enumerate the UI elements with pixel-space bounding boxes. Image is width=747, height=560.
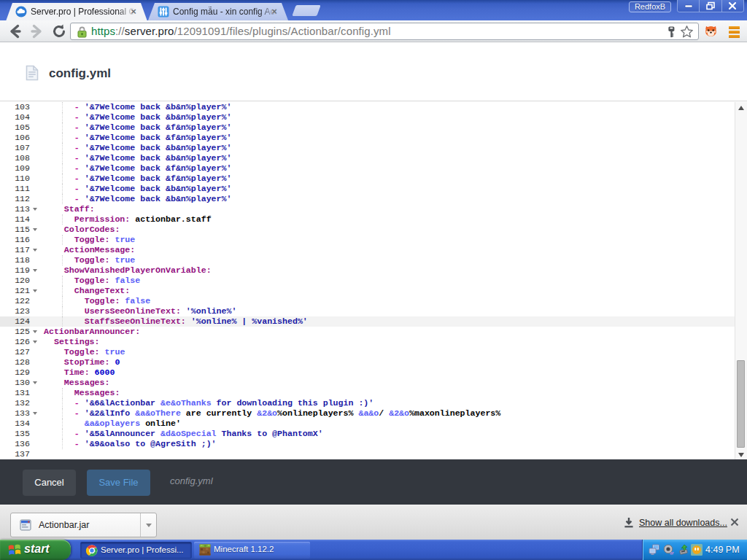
redpanda-extension-icon[interactable] <box>704 25 718 38</box>
code-line-109[interactable]: 109 - '&7Welcome back &f&n%player%' <box>0 163 735 174</box>
fold-arrow-icon[interactable] <box>33 289 37 292</box>
line-number: 133 <box>0 408 30 419</box>
profile-button[interactable]: RedfoxB <box>629 1 671 12</box>
fold-arrow-icon[interactable] <box>33 381 37 384</box>
line-number: 104 <box>0 112 30 122</box>
reload-icon[interactable] <box>50 23 68 40</box>
tab-serverpro[interactable]: Server.pro | Professional Gam × <box>6 3 147 21</box>
tab-config-forum[interactable]: Config mẫu - xin config Actio × <box>148 3 288 20</box>
code-text: Toggle: true <box>44 235 135 245</box>
bookmark-star-icon[interactable] <box>680 25 694 39</box>
minimize-icon <box>684 2 693 9</box>
new-tab-button[interactable] <box>292 5 320 16</box>
code-line-110[interactable]: 110 - '&7Welcome back &f&n%player%' <box>0 174 735 184</box>
fold-arrow-icon[interactable] <box>33 269 37 272</box>
page-title: config.yml <box>49 66 111 81</box>
code-line-132[interactable]: 132 - '&6&lActionbar &e&oThanks for down… <box>0 398 735 408</box>
code-line-114[interactable]: 114 Permission: actionbar.staff <box>0 214 735 225</box>
menu-hamburger-icon[interactable] <box>729 26 740 40</box>
code-line-121[interactable]: 121 ChangeText: <box>0 286 735 296</box>
code-text: ActionMessage: <box>44 245 135 255</box>
download-item[interactable]: Actionbar.jar <box>10 513 157 537</box>
editor-scrollbar[interactable] <box>735 102 747 460</box>
chevron-down-icon <box>146 524 152 527</box>
fold-arrow-icon[interactable] <box>33 330 37 333</box>
cancel-button[interactable]: Cancel <box>23 470 76 496</box>
file-document-icon <box>26 65 39 81</box>
fold-arrow-icon[interactable] <box>33 341 37 343</box>
code-text: Toggle: false <box>44 276 140 286</box>
line-number: 123 <box>0 306 30 316</box>
close-button[interactable] <box>722 0 743 12</box>
code-line-107[interactable]: 107 - '&7Welcome back &b&n%player%' <box>0 143 735 153</box>
code-line-119[interactable]: 119 ShowVanishedPlayerOnVariable: <box>0 265 735 276</box>
scroll-up-icon[interactable] <box>738 106 744 110</box>
code-line-106[interactable]: 106 - '&7Welcome back &f&n%player%' <box>0 133 735 143</box>
jar-file-icon <box>20 519 31 531</box>
code-line-126[interactable]: 126 Settings: <box>0 337 735 347</box>
forward-icon[interactable] <box>28 23 46 40</box>
code-text: Time: 6000 <box>44 368 115 378</box>
serverpro-cloud-icon <box>15 6 27 18</box>
scroll-down-icon[interactable] <box>738 453 744 457</box>
tab-close-icon[interactable]: × <box>128 7 139 17</box>
code-line-129[interactable]: 129 Time: 6000 <box>0 368 735 378</box>
code-editor[interactable]: 103 - '&7Welcome back &b&n%player%'104 -… <box>0 101 747 459</box>
save-file-button[interactable]: Save File <box>87 470 150 496</box>
back-icon[interactable] <box>6 23 23 40</box>
fold-arrow-icon[interactable] <box>33 412 37 415</box>
code-line-115[interactable]: 115 ColorCodes: <box>0 225 735 235</box>
code-line-127[interactable]: 127 Toggle: true <box>0 347 735 357</box>
key-icon[interactable] <box>667 26 676 39</box>
window-controls <box>677 0 744 12</box>
download-dropdown-button[interactable] <box>140 513 156 537</box>
code-line-135[interactable]: 135 - '&5&lAnnouncer &d&oSpecial Thanks … <box>0 429 735 439</box>
line-number: 132 <box>0 398 30 408</box>
code-line-118[interactable]: 118 Toggle: true <box>0 255 735 265</box>
tray-safely-remove-icon[interactable] <box>677 544 689 556</box>
code-line-122[interactable]: 122 Toggle: false <box>0 296 735 306</box>
code-line-105[interactable]: 105 - '&7Welcome back &f&n%player%' <box>0 122 735 133</box>
code-rows: 103 - '&7Welcome back &b&n%player%'104 -… <box>0 102 735 459</box>
fold-arrow-icon[interactable] <box>33 249 37 252</box>
code-line-116[interactable]: 116 Toggle: true <box>0 235 735 245</box>
code-line-137[interactable]: 137 <box>0 449 735 459</box>
tray-volume-icon[interactable] <box>663 544 675 556</box>
taskbar-button-minecraft[interactable]: Minecraft 1.12.2 <box>194 542 310 559</box>
code-line-125[interactable]: 125ActionbarAnnouncer: <box>0 327 735 337</box>
code-line-124[interactable]: 124 StaffsSeeOnlineText: '%online% | %va… <box>0 316 735 327</box>
code-line-123[interactable]: 123 UsersSeeOnlineText: '%online%' <box>0 306 735 316</box>
shelf-close-icon[interactable] <box>728 516 741 529</box>
code-line-104[interactable]: 104 - '&7Welcome back &b&n%player%' <box>0 112 735 122</box>
scrollbar-thumb[interactable] <box>737 360 745 448</box>
show-all-downloads-link[interactable]: Show all downloads... <box>639 513 727 533</box>
code-line-134[interactable]: 134 &a&oplayers online' <box>0 419 735 429</box>
restore-button[interactable] <box>700 0 721 12</box>
code-line-103[interactable]: 103 - '&7Welcome back &b&n%player%' <box>0 102 735 112</box>
line-number: 120 <box>0 276 30 286</box>
code-line-136[interactable]: 136 - '&9&oalso to @AgreSith ;)' <box>0 439 735 449</box>
tray-network-icon[interactable] <box>649 544 660 556</box>
start-button[interactable]: start <box>0 540 71 560</box>
code-line-112[interactable]: 112 - '&7Welcome back &b&n%player%' <box>0 194 735 204</box>
code-line-130[interactable]: 130 Messages: <box>0 378 735 388</box>
code-line-128[interactable]: 128 StopTime: 0 <box>0 357 735 368</box>
code-line-111[interactable]: 111 - '&7Welcome back &b&n%player%' <box>0 184 735 194</box>
code-line-113[interactable]: 113 Staff: <box>0 204 735 214</box>
taskbar-button-label: Server.pro | Professi... <box>101 545 187 554</box>
address-bar[interactable]: https://server.pro/12091091/files/plugin… <box>70 23 699 40</box>
line-number: 130 <box>0 378 30 388</box>
fold-arrow-icon[interactable] <box>33 208 37 211</box>
taskbar-button-serverpro[interactable]: Server.pro | Professi... <box>80 542 192 559</box>
code-line-133[interactable]: 133 - '&2&lInfo &a&oThere are currently … <box>0 408 735 419</box>
tray-messenger-icon[interactable] <box>691 544 703 556</box>
code-line-117[interactable]: 117 ActionMessage: <box>0 245 735 255</box>
fold-arrow-icon[interactable] <box>33 228 37 231</box>
code-line-120[interactable]: 120 Toggle: false <box>0 276 735 286</box>
code-line-131[interactable]: 131 Messages: <box>0 388 735 398</box>
tab-close-icon[interactable]: × <box>269 7 279 17</box>
minimize-button[interactable] <box>678 0 700 12</box>
code-line-108[interactable]: 108 - '&7Welcome back &b&n%player%' <box>0 153 735 163</box>
url-text[interactable]: https://server.pro/12091091/files/plugin… <box>91 25 391 37</box>
code-text: &a&oplayers online' <box>44 419 181 429</box>
